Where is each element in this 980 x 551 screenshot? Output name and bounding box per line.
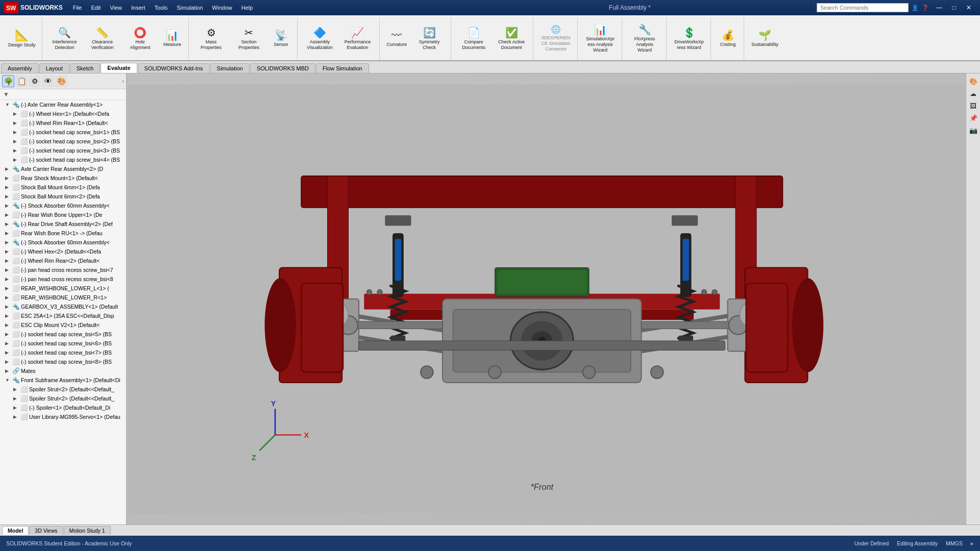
menu-edit[interactable]: Edit [87, 4, 105, 12]
search-commands-input[interactable] [817, 3, 909, 12]
tree-item[interactable]: ▶⬜(-) socket head cap screw_bsi<7> (BS [0, 348, 126, 357]
mass-properties-button[interactable]: ⚙ Mass Properties [193, 20, 230, 57]
3dexp-button[interactable]: 🌐 3DEXPERIENCE Simulation Connector [537, 20, 574, 57]
tree-expand-arrow[interactable]: ▶ [5, 322, 11, 328]
tree-item[interactable]: ▼🔩Front Subframe Assembly<1> (Default<Di [0, 375, 126, 385]
menu-tools[interactable]: Tools [151, 4, 172, 12]
tree-expand-arrow[interactable]: ▶ [5, 350, 11, 355]
property-view-button[interactable]: 📋 [15, 75, 28, 87]
tree-expand-arrow[interactable]: ▶ [5, 212, 11, 217]
tree-expand-arrow[interactable]: ▶ [13, 396, 19, 401]
tree-expand-arrow[interactable]: ▶ [5, 368, 11, 373]
tree-expand-arrow[interactable]: ▶ [5, 267, 11, 272]
tree-item[interactable]: ▶⬜(-) Wheel Rim Rear<1> (Default< [0, 118, 126, 128]
tab-3dviews[interactable]: 3D Views [29, 526, 63, 535]
tab-simulation[interactable]: Simulation [210, 63, 250, 73]
section-properties-button[interactable]: ✂ Section Properties [231, 20, 267, 57]
check-active-button[interactable]: ✅ Check Active Document [493, 20, 530, 57]
tree-view-button[interactable]: 🌳 [2, 75, 14, 87]
tree-item[interactable]: ▶⬜(-) Wheel Rim Rear<2> (Default< [0, 256, 126, 265]
tree-item[interactable]: ▶⬜(-) Rear Wish Bone Upper<1> (De [0, 210, 126, 219]
menu-window[interactable]: Window [208, 4, 236, 12]
tab-flow[interactable]: Flow Simulation [316, 63, 369, 73]
tree-expand-arrow[interactable]: ▶ [5, 176, 11, 181]
tree-item[interactable]: ▶⬜(-) Wheel Hex<2> (Default<<Defa [0, 247, 126, 256]
tree-item[interactable]: ▶⬜REAR_WISHBONE_LOWER_L<1> ( [0, 284, 126, 293]
menu-simulation[interactable]: Simulation [173, 4, 207, 12]
tree-expand-arrow[interactable]: ▶ [13, 405, 19, 410]
clearance-verification-button[interactable]: 📏 Clearance Verification [84, 20, 121, 57]
tree-item[interactable]: ▶⬜(-) socket head cap screw_bsi<3> (BS [0, 146, 126, 155]
sensor-button[interactable]: 📡 Sensor [268, 20, 294, 57]
tree-item[interactable]: ▶⬜Spoiler Strut<2> (Default<<Default_ [0, 394, 126, 403]
tree-item[interactable]: ▶⬜Shock Ball Mount 6mm<2> (Defa [0, 192, 126, 201]
interference-detection-button[interactable]: 🔍 Interference Detection [46, 20, 83, 57]
tab-evaluate[interactable]: Evaluate [101, 63, 137, 73]
tree-expand-arrow[interactable]: ▶ [5, 332, 11, 337]
tree-expand-arrow[interactable]: ▶ [5, 286, 11, 291]
3d-viewport[interactable]: 🔍 🔄 ✋ 🔎 📦 🧭 ◼ 👁 🎨 🌄 ⚙ [129, 73, 966, 524]
tree-item[interactable]: ▼🔩(-) Axle Carrier Rear Assembly<1> [0, 100, 126, 109]
rp-scenes-button[interactable]: ☁ [968, 88, 979, 99]
tree-expand-arrow[interactable]: ▼ [5, 102, 11, 107]
tree-expand-arrow[interactable]: ▶ [5, 313, 11, 318]
maximize-button[interactable]: □ [947, 2, 961, 13]
tree-expand-arrow[interactable]: ▼ [5, 378, 11, 383]
tree-item[interactable]: ▶⬜(-) Wheel Hex<1> (Default<<Defa [0, 109, 126, 118]
tree-item[interactable]: ▶🔩GEARBOX_V3_ASSEMBLY<1> (Default [0, 302, 126, 311]
tree-item[interactable]: ▶⬜(-) socket head cap screw_bsi<4> (BS [0, 155, 126, 164]
sustainability-button[interactable]: 🌱 Sustainability [748, 20, 781, 57]
tree-item[interactable]: ▶⬜User Library-MG995-Servo<1> (Defau [0, 412, 126, 421]
tree-item[interactable]: ▶🔩(-) Rear Drive Shaft Assembly<2> (Def [0, 219, 126, 229]
tab-sketch[interactable]: Sketch [70, 63, 101, 73]
feature-tree[interactable]: ▼🔩(-) Axle Carrier Rear Assembly<1>▶⬜(-)… [0, 100, 126, 524]
tree-item[interactable]: ▶⬜(-) pan head cross recess screw_bsi<8 [0, 274, 126, 284]
tree-item[interactable]: ▶🔗Mates [0, 366, 126, 375]
panel-expand-button[interactable]: › [122, 78, 124, 84]
tree-expand-arrow[interactable]: ▶ [5, 258, 11, 263]
tree-expand-arrow[interactable]: ▶ [5, 277, 11, 282]
rp-decals-button[interactable]: 🖼 [968, 100, 979, 111]
tab-model[interactable]: Model [2, 526, 29, 535]
tree-item[interactable]: ▶⬜(-) socket head cap screw_bsi<6> (BS [0, 339, 126, 348]
rp-custom-button[interactable]: 📌 [968, 112, 979, 123]
compare-documents-button[interactable]: 📄 Compare Documents [455, 20, 492, 57]
tab-mbd[interactable]: SOLIDWORKS MBD [250, 63, 315, 73]
tab-layout[interactable]: Layout [39, 63, 69, 73]
tree-item[interactable]: ▶⬜Rear Shock Mount<1> (Default< [0, 173, 126, 183]
hole-alignment-button[interactable]: ⭕ Hole Alignment [122, 20, 159, 57]
tree-item[interactable]: ▶⬜ESC 25A<1> (35A ESC<<Default_Disp [0, 311, 126, 320]
tree-expand-arrow[interactable]: ▶ [13, 414, 19, 419]
tree-item[interactable]: ▶⬜Shock Ball Mount 6mm<1> (Defa [0, 183, 126, 192]
tab-assembly[interactable]: Assembly [1, 63, 39, 73]
tree-item[interactable]: ▶⬜ESC Clip Mount V2<1> (Default< [0, 320, 126, 330]
tree-item[interactable]: ▶🔩(-) Shock Absorber 60mm Assembly< [0, 201, 126, 210]
close-button[interactable]: ✕ [962, 2, 976, 13]
tree-item[interactable]: ▶⬜(-) pan head cross recess screw_bsi<7 [0, 265, 126, 274]
tree-expand-arrow[interactable]: ▶ [5, 341, 11, 346]
design-study-button[interactable]: 📐 Design Study [5, 20, 39, 57]
simxpress-button[interactable]: 📊 SimulationXpress Analysis Wizard [582, 20, 619, 57]
tree-expand-arrow[interactable]: ▶ [13, 148, 19, 153]
tree-expand-arrow[interactable]: ▶ [13, 387, 19, 392]
menu-file[interactable]: File [69, 4, 86, 12]
tree-item[interactable]: ▶⬜(-) socket head cap screw_bsi<8> (BS [0, 357, 126, 366]
tree-expand-arrow[interactable]: ▶ [5, 185, 11, 190]
appearances-button[interactable]: 🎨 [55, 75, 67, 87]
tree-expand-arrow[interactable]: ▶ [13, 139, 19, 144]
tree-expand-arrow[interactable]: ▶ [5, 166, 11, 171]
tree-expand-arrow[interactable]: ▶ [5, 231, 11, 236]
tree-expand-arrow[interactable]: ▶ [5, 295, 11, 300]
symmetry-check-button[interactable]: 🔄 Symmetry Check [411, 20, 448, 57]
tree-item[interactable]: ▶⬜Spoiler Strut<2> (Default<<Default_ [0, 385, 126, 394]
tree-item[interactable]: ▶⬜(-) socket head cap screw_bsi<1> (BS [0, 128, 126, 137]
tree-item[interactable]: ▶⬜Rear Wish Bone RU<1> -> (Defau [0, 229, 126, 238]
measure-button[interactable]: 📊 Measure [160, 20, 185, 57]
tab-motion-study-1[interactable]: Motion Study 1 [64, 526, 111, 535]
menu-help[interactable]: Help [237, 4, 257, 12]
performance-evaluation-button[interactable]: 📈 Performance Evaluation [339, 20, 376, 57]
curvature-button[interactable]: 〰 Curvature [384, 20, 410, 57]
tree-expand-arrow[interactable]: ▶ [5, 249, 11, 254]
tree-expand-arrow[interactable]: ▶ [5, 240, 11, 245]
tree-item[interactable]: ▶⬜REAR_WISHBONE_LOWER_R<1> [0, 293, 126, 302]
